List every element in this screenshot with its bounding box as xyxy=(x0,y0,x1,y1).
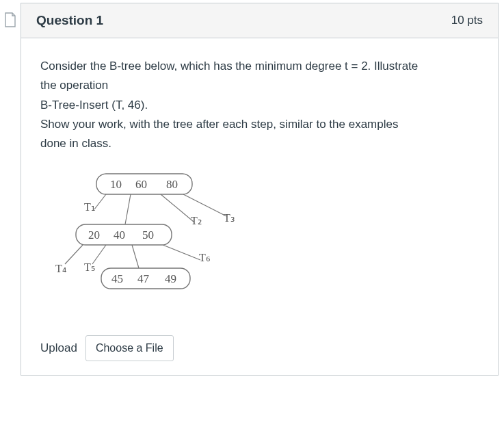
prompt-line: Consider the B-tree below, which has the… xyxy=(40,57,479,75)
root-key: 60 xyxy=(135,178,147,191)
svg-line-8 xyxy=(132,245,139,268)
mid-key: 50 xyxy=(142,228,154,241)
leaf-key: 49 xyxy=(165,272,176,285)
question-title: Question 1 xyxy=(36,13,103,28)
subtree-label-t6: T₆ xyxy=(199,252,210,263)
root-key: 80 xyxy=(166,178,178,191)
subtree-label-t1: T₁ xyxy=(84,201,95,213)
svg-line-4 xyxy=(183,194,226,216)
prompt-line: B-Tree-Insert (T, 46). xyxy=(40,96,479,114)
question-status-icon xyxy=(0,3,21,27)
svg-line-3 xyxy=(161,194,194,222)
choose-file-button[interactable]: Choose a File xyxy=(85,335,174,361)
svg-line-6 xyxy=(65,245,83,264)
btree-figure: 10 60 80 T₁ T₂ T₃ 20 4 xyxy=(43,168,479,308)
question-points: 10 pts xyxy=(451,14,483,27)
question-header: Question 1 10 pts xyxy=(21,3,498,38)
root-key: 10 xyxy=(110,178,122,191)
question-card: Question 1 10 pts Consider the B-tree be… xyxy=(21,3,499,376)
prompt-line: Show your work, with the tree after each… xyxy=(40,116,479,133)
prompt-line: the operation xyxy=(40,77,479,94)
svg-line-1 xyxy=(94,194,106,209)
mid-key: 40 xyxy=(114,228,125,241)
upload-label: Upload xyxy=(40,341,77,355)
upload-row: Upload Choose a File xyxy=(40,335,479,361)
mid-key: 20 xyxy=(88,228,100,241)
subtree-label-t5: T₅ xyxy=(84,261,95,273)
svg-line-2 xyxy=(125,194,131,224)
prompt-line: done in class. xyxy=(40,135,479,153)
question-prompt: Consider the B-tree below, which has the… xyxy=(40,57,479,153)
subtree-label-t4: T₄ xyxy=(55,263,66,274)
svg-line-9 xyxy=(163,245,200,260)
subtree-label-t3: T₃ xyxy=(224,212,235,224)
leaf-key: 47 xyxy=(137,272,150,285)
leaf-key: 45 xyxy=(111,272,123,285)
subtree-label-t2: T₂ xyxy=(191,215,202,226)
